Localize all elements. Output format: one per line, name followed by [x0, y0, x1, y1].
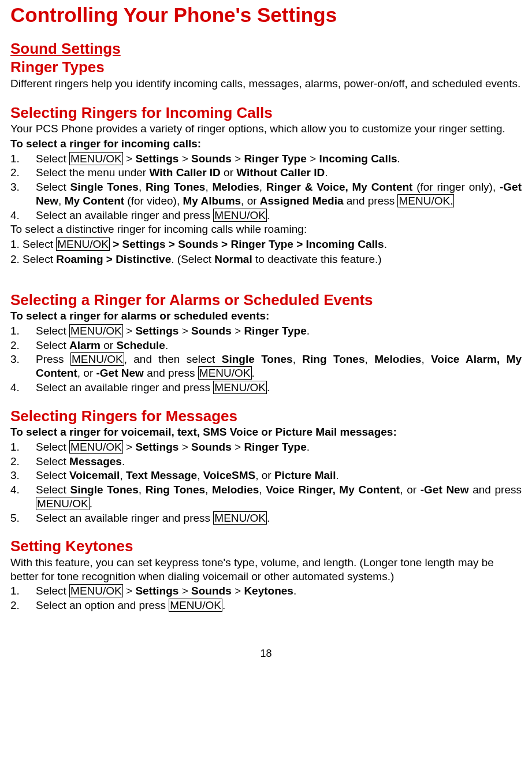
- sep: >: [123, 441, 136, 453]
- text: , and then select: [124, 353, 222, 365]
- dot: .: [267, 381, 270, 393]
- label-normal: Normal: [214, 253, 252, 265]
- messages-step-1-text: Select: [36, 441, 69, 453]
- sep: >: [232, 585, 244, 597]
- label-melodies: Melodies: [212, 181, 259, 193]
- incoming-step-2: Select the menu under With Caller ID or …: [10, 166, 522, 180]
- label-voice-ringer-content: Voice Ringer, My Content: [266, 484, 400, 496]
- subsection-title-incoming: Selecting Ringers for Incoming Calls: [10, 103, 522, 122]
- messages-step-3-text: Select: [36, 469, 69, 481]
- label-ring-tones: Ring Tones: [146, 181, 206, 193]
- label-single-tones: Single Tones: [222, 353, 293, 365]
- roaming-intro: To select a distinctive ringer for incom…: [10, 222, 522, 236]
- menu-ok-key: MENU/OK: [213, 511, 267, 525]
- sep: >: [232, 441, 244, 453]
- text: to deactivate this feature.): [252, 253, 382, 265]
- label-ringer-type: Ringer Type: [244, 441, 306, 453]
- subsection-title-keytones: Setting Keytones: [10, 537, 522, 556]
- sep: ,: [197, 469, 203, 481]
- text: . (Select: [171, 253, 214, 265]
- menu-ok-key: MENU/OK: [36, 497, 90, 510]
- menu-ok-key: MENU/OK: [69, 152, 123, 165]
- label-settings: Settings: [135, 585, 178, 597]
- dot: .: [165, 339, 168, 351]
- sep: >: [123, 585, 136, 597]
- menu-ok-key: MENU/OK: [169, 599, 222, 612]
- sep: >: [232, 325, 244, 337]
- dot: .: [384, 238, 387, 250]
- sep: ,: [139, 484, 146, 496]
- sep: ,: [259, 181, 266, 193]
- text: (for video),: [124, 195, 183, 207]
- messages-step-2-text: Select: [36, 455, 69, 467]
- roaming-step-2: 2. Select Roaming > Distinctive. (Select…: [10, 252, 522, 266]
- label-picture-mail: Picture Mail: [274, 469, 336, 481]
- dot: .: [397, 153, 400, 165]
- alarms-steps: Select MENU/OK > Settings > Sounds > Rin…: [10, 324, 522, 395]
- incoming-intro: Your PCS Phone provides a variety of rin…: [10, 122, 522, 136]
- dot: .: [267, 209, 270, 221]
- menu-ok-key: MENU/OK.: [397, 194, 454, 207]
- incoming-step-1: Select MENU/OK > Settings > Sounds > Rin…: [10, 152, 522, 166]
- alarms-step-4-text: Select an available ringer and press: [36, 381, 213, 393]
- label-melodies: Melodies: [212, 484, 259, 496]
- roaming-step-1: 1. Select MENU/OK > Settings > Sounds > …: [10, 237, 522, 251]
- incoming-step-3: Select Single Tones, Ring Tones, Melodie…: [10, 180, 522, 208]
- label-roaming-distinctive: Roaming > Distinctive: [56, 253, 171, 265]
- sep: >: [123, 325, 136, 337]
- sep: >: [178, 441, 191, 453]
- label-my-albums: My Albums: [183, 195, 241, 207]
- messages-subhead: To select a ringer for voicemail, text, …: [10, 425, 522, 439]
- label-sounds: Sounds: [191, 441, 232, 453]
- sep: or: [101, 339, 116, 351]
- label-get-new: -Get New: [96, 367, 144, 379]
- sep: ,: [58, 195, 65, 207]
- text: and press: [144, 367, 198, 379]
- label-sounds: Sounds: [191, 585, 232, 597]
- page-title: Controlling Your Phone's Settings: [10, 2, 522, 28]
- subsection-title-ringer-types: Ringer Types: [10, 58, 522, 77]
- messages-steps: Select MENU/OK > Settings > Sounds > Rin…: [10, 440, 522, 525]
- sep: >: [307, 153, 319, 165]
- keytones-steps: Select MENU/OK > Settings > Sounds > Key…: [10, 584, 522, 612]
- messages-step-1: Select MENU/OK > Settings > Sounds > Rin…: [10, 440, 522, 454]
- label-sounds: Sounds: [191, 325, 232, 337]
- sep: , or: [241, 195, 260, 207]
- text: (for ringer only),: [412, 181, 500, 193]
- label-ringer-type: Ringer Type: [244, 153, 306, 165]
- alarms-subhead: To select a ringer for alarms or schedul…: [10, 309, 522, 323]
- label-schedule: Schedule: [116, 339, 165, 351]
- alarms-step-2-text: Select: [36, 339, 69, 351]
- alarms-step-3: Press MENU/OK, and then select Single To…: [10, 352, 522, 380]
- alarms-step-1-text: Select: [36, 325, 69, 337]
- sep: , or: [77, 367, 96, 379]
- section-title-sound-settings: Sound Settings: [10, 39, 522, 58]
- label-get-new: -Get New: [421, 484, 469, 496]
- messages-step-4: Select Single Tones, Ring Tones, Melodie…: [10, 483, 522, 511]
- dot: .: [325, 166, 328, 179]
- incoming-step-2-text: Select the menu under: [36, 166, 149, 179]
- incoming-step-3-text: Select: [36, 181, 70, 193]
- label-ring-tones: Ring Tones: [146, 484, 205, 496]
- alarms-step-1: Select MENU/OK > Settings > Sounds > Rin…: [10, 324, 522, 338]
- alarms-step-2: Select Alarm or Schedule.: [10, 339, 522, 352]
- keytones-intro: With this feature, you can set keypress …: [10, 556, 522, 584]
- page-number: 18: [10, 647, 522, 660]
- messages-step-5-text: Select an available ringer and press: [36, 512, 213, 524]
- sep: >: [123, 153, 136, 165]
- dot: .: [122, 455, 125, 467]
- label-alarm: Alarm: [69, 339, 101, 351]
- label-keytones: Keytones: [244, 585, 293, 597]
- keytones-step-2-text: Select an option and press: [36, 599, 169, 611]
- label-ringer-type: Ringer Type: [244, 325, 306, 337]
- dot: .: [90, 497, 92, 510]
- text: and press: [343, 195, 397, 207]
- label-text-message: Text Message: [126, 469, 197, 481]
- keytones-step-1-text: Select: [36, 585, 69, 597]
- label-assigned-media: Assigned Media: [260, 195, 344, 207]
- menu-ok-key: MENU/OK: [213, 209, 267, 222]
- incoming-step-4: Select an available ringer and press MEN…: [10, 209, 522, 222]
- incoming-step-1-text: Select: [36, 153, 69, 165]
- sep: ,: [205, 484, 212, 496]
- text: and press: [468, 484, 522, 496]
